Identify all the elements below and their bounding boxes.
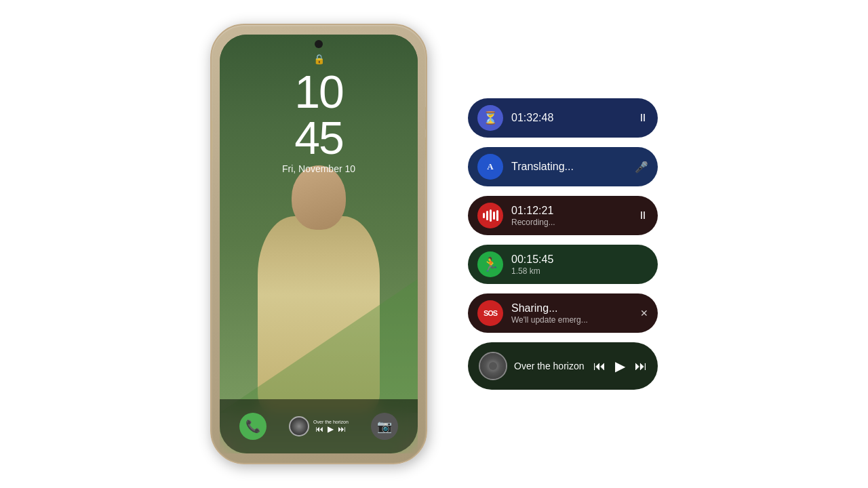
timer-activity[interactable]: ⏳ 01:32:48 ⏸: [468, 98, 658, 138]
forward-button-small[interactable]: ⏭: [338, 424, 346, 434]
time-hour: 10: [220, 68, 418, 115]
run-icon: 🏃: [482, 256, 499, 272]
record-pause-button[interactable]: ⏸: [637, 209, 648, 222]
music-play-button[interactable]: ▶: [615, 358, 625, 374]
timer-pause-button[interactable]: ⏸: [637, 112, 648, 124]
hourglass-icon: ⏳: [483, 110, 498, 125]
camera-button[interactable]: 📷: [371, 413, 398, 440]
volume-down-button[interactable]: [425, 137, 427, 161]
fitness-content: 00:15:45 1.58 km: [511, 253, 648, 276]
sos-content: Sharing... We'll update emerg...: [511, 302, 632, 325]
phone-body: 🔒 10 45 Fri, November 10 📞 Over the hori…: [210, 24, 427, 464]
fitness-distance: 1.58 km: [511, 266, 648, 276]
timer-icon: ⏳: [477, 105, 503, 131]
person-head: [292, 165, 346, 230]
translate-activity[interactable]: A Translating... 🎤: [468, 147, 658, 186]
camera-notch: [315, 40, 323, 48]
fitness-activity[interactable]: 🏃 00:15:45 1.58 km: [468, 245, 658, 284]
phone-wrapper: 🔒 10 45 Fri, November 10 📞 Over the hori…: [210, 24, 427, 464]
fitness-icon: 🏃: [477, 251, 503, 277]
music-title: Over the horizon: [514, 361, 587, 371]
phone-button[interactable]: 📞: [239, 413, 267, 440]
sos-activity[interactable]: SOS Sharing... We'll update emerg... ✕: [468, 293, 658, 333]
activities-panel: ⏳ 01:32:48 ⏸ A Translating... 🎤: [468, 98, 658, 390]
music-forward-button[interactable]: ⏭: [635, 359, 647, 373]
phone-screen: 🔒 10 45 Fri, November 10 📞 Over the hori…: [220, 35, 418, 453]
triangle-decoration: [220, 277, 418, 413]
timer-time: 01:32:48: [511, 112, 629, 124]
timer-content: 01:32:48: [511, 112, 629, 124]
record-icon: [477, 203, 503, 228]
music-album-art-small: [289, 416, 309, 436]
sos-icon: SOS: [477, 300, 503, 326]
music-mini-buttons: ⏮ ▶ ⏭: [315, 424, 346, 434]
sos-label: SOS: [484, 309, 497, 317]
power-button[interactable]: [210, 120, 212, 161]
time-date: Fri, November 10: [220, 163, 418, 174]
music-content: Over the horizon: [514, 361, 587, 371]
rewind-button-small[interactable]: ⏮: [315, 424, 323, 434]
record-content: 01:12:21 Recording...: [511, 205, 629, 227]
fitness-time: 00:15:45: [511, 253, 648, 266]
music-activity[interactable]: Over the horizon ⏮ ▶ ⏭: [468, 342, 658, 390]
music-mini-title: Over the horizon: [313, 420, 349, 424]
translate-icon: A: [477, 154, 503, 180]
bottom-bar: 📞 Over the horizon ⏮ ▶ ⏭ 📷: [220, 399, 418, 453]
translate-status: Translating...: [511, 161, 627, 173]
time-minute: 45: [220, 115, 418, 161]
record-status: Recording...: [511, 218, 629, 227]
play-button-small[interactable]: ▶: [328, 424, 334, 434]
main-container: 🔒 10 45 Fri, November 10 📞 Over the hori…: [0, 0, 868, 488]
waveform-icon: [483, 209, 498, 222]
translate-content: Translating...: [511, 161, 627, 173]
music-mini-controls: Over the horizon ⏮ ▶ ⏭: [313, 420, 349, 434]
music-album-art: [479, 352, 507, 380]
sos-status: Sharing...: [511, 302, 632, 314]
music-rewind-button[interactable]: ⏮: [593, 359, 606, 373]
sos-close-button[interactable]: ✕: [640, 308, 648, 319]
sos-sub: We'll update emerg...: [511, 315, 632, 325]
volume-up-button[interactable]: [425, 106, 427, 130]
music-controls: ⏮ ▶ ⏭: [593, 358, 647, 374]
music-mini-player[interactable]: Over the horizon ⏮ ▶ ⏭: [289, 416, 349, 436]
lock-icon: 🔒: [313, 54, 325, 64]
record-activity[interactable]: 01:12:21 Recording... ⏸: [468, 196, 658, 235]
record-time: 01:12:21: [511, 205, 629, 217]
time-display: 10 45 Fri, November 10: [220, 68, 418, 174]
translate-mic-button[interactable]: 🎤: [635, 161, 648, 174]
translate-symbol: A: [487, 161, 493, 172]
